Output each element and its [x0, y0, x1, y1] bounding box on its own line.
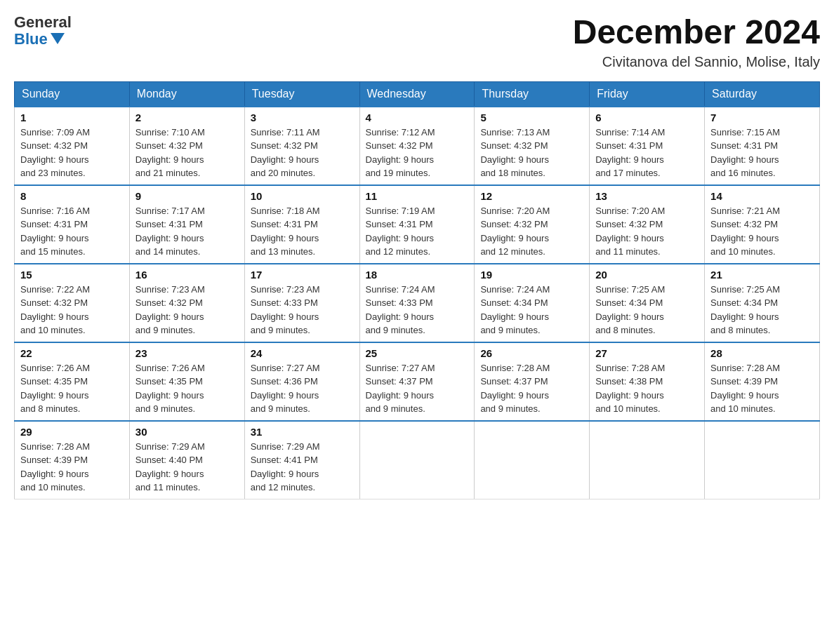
day-info: Sunrise: 7:09 AMSunset: 4:32 PMDaylight:…	[20, 126, 124, 180]
day-info: Sunrise: 7:11 AMSunset: 4:32 PMDaylight:…	[251, 126, 354, 180]
logo: General Blue	[14, 14, 72, 48]
day-number: 22	[20, 347, 124, 359]
calendar-cell: 17 Sunrise: 7:23 AMSunset: 4:33 PMDaylig…	[244, 264, 359, 342]
day-number: 1	[20, 112, 124, 123]
day-number: 7	[710, 112, 814, 123]
logo-triangle-icon	[51, 33, 65, 44]
day-number: 16	[135, 269, 239, 281]
calendar-cell: 7 Sunrise: 7:15 AMSunset: 4:31 PMDayligh…	[705, 107, 820, 185]
calendar-cell: 11 Sunrise: 7:19 AMSunset: 4:31 PMDaylig…	[359, 185, 475, 264]
day-info: Sunrise: 7:26 AMSunset: 4:35 PMDaylight:…	[20, 361, 124, 416]
day-number: 20	[595, 269, 699, 281]
calendar-header-thursday: Thursday	[475, 81, 590, 107]
day-info: Sunrise: 7:18 AMSunset: 4:31 PMDaylight:…	[251, 204, 354, 259]
calendar-cell: 24 Sunrise: 7:27 AMSunset: 4:36 PMDaylig…	[244, 342, 359, 421]
calendar-week-row-4: 22 Sunrise: 7:26 AMSunset: 4:35 PMDaylig…	[15, 342, 820, 421]
day-info: Sunrise: 7:27 AMSunset: 4:36 PMDaylight:…	[251, 361, 354, 416]
day-info: Sunrise: 7:22 AMSunset: 4:32 PMDaylight:…	[20, 283, 124, 337]
calendar-cell: 3 Sunrise: 7:11 AMSunset: 4:32 PMDayligh…	[244, 107, 359, 185]
day-number: 15	[20, 269, 124, 281]
day-number: 19	[480, 269, 583, 281]
day-info: Sunrise: 7:26 AMSunset: 4:35 PMDaylight:…	[135, 361, 239, 416]
calendar-cell: 26 Sunrise: 7:28 AMSunset: 4:37 PMDaylig…	[475, 342, 590, 421]
day-info: Sunrise: 7:28 AMSunset: 4:39 PMDaylight:…	[710, 361, 814, 416]
day-info: Sunrise: 7:13 AMSunset: 4:32 PMDaylight:…	[480, 126, 583, 180]
day-info: Sunrise: 7:23 AMSunset: 4:32 PMDaylight:…	[135, 283, 239, 337]
day-number: 3	[251, 112, 354, 123]
day-number: 10	[251, 190, 354, 202]
day-number: 12	[480, 190, 583, 202]
day-number: 11	[366, 190, 469, 202]
calendar-cell: 15 Sunrise: 7:22 AMSunset: 4:32 PMDaylig…	[15, 264, 130, 342]
day-info: Sunrise: 7:25 AMSunset: 4:34 PMDaylight:…	[710, 283, 814, 337]
day-number: 8	[20, 190, 124, 202]
calendar-header-wednesday: Wednesday	[359, 81, 475, 107]
day-number: 29	[20, 426, 124, 438]
day-number: 28	[710, 347, 814, 359]
calendar-cell: 12 Sunrise: 7:20 AMSunset: 4:32 PMDaylig…	[475, 185, 590, 264]
day-number: 30	[135, 426, 239, 438]
title-block: December 2024 Civitanova del Sannio, Mol…	[573, 14, 820, 70]
day-info: Sunrise: 7:14 AMSunset: 4:31 PMDaylight:…	[595, 126, 699, 180]
calendar-cell: 18 Sunrise: 7:24 AMSunset: 4:33 PMDaylig…	[359, 264, 475, 342]
day-info: Sunrise: 7:24 AMSunset: 4:34 PMDaylight:…	[480, 283, 583, 337]
calendar-cell: 22 Sunrise: 7:26 AMSunset: 4:35 PMDaylig…	[15, 342, 130, 421]
day-number: 4	[366, 112, 469, 123]
calendar-header-sunday: Sunday	[15, 81, 130, 107]
day-info: Sunrise: 7:29 AMSunset: 4:41 PMDaylight:…	[251, 440, 354, 495]
day-info: Sunrise: 7:28 AMSunset: 4:38 PMDaylight:…	[595, 361, 699, 416]
calendar-cell: 2 Sunrise: 7:10 AMSunset: 4:32 PMDayligh…	[129, 107, 244, 185]
calendar-table: SundayMondayTuesdayWednesdayThursdayFrid…	[14, 81, 820, 499]
calendar-cell: 9 Sunrise: 7:17 AMSunset: 4:31 PMDayligh…	[129, 185, 244, 264]
calendar-cell: 19 Sunrise: 7:24 AMSunset: 4:34 PMDaylig…	[475, 264, 590, 342]
calendar-cell	[705, 421, 820, 499]
calendar-cell: 16 Sunrise: 7:23 AMSunset: 4:32 PMDaylig…	[129, 264, 244, 342]
calendar-header-friday: Friday	[590, 81, 705, 107]
day-info: Sunrise: 7:29 AMSunset: 4:40 PMDaylight:…	[135, 440, 239, 495]
day-info: Sunrise: 7:23 AMSunset: 4:33 PMDaylight:…	[251, 283, 354, 337]
calendar-cell: 31 Sunrise: 7:29 AMSunset: 4:41 PMDaylig…	[244, 421, 359, 499]
calendar-header-row: SundayMondayTuesdayWednesdayThursdayFrid…	[15, 81, 820, 107]
calendar-cell: 30 Sunrise: 7:29 AMSunset: 4:40 PMDaylig…	[129, 421, 244, 499]
location-subtitle: Civitanova del Sannio, Molise, Italy	[573, 54, 820, 70]
day-info: Sunrise: 7:21 AMSunset: 4:32 PMDaylight:…	[710, 204, 814, 259]
calendar-header-monday: Monday	[129, 81, 244, 107]
day-info: Sunrise: 7:27 AMSunset: 4:37 PMDaylight:…	[366, 361, 469, 416]
page-header: General Blue December 2024 Civitanova de…	[14, 14, 820, 70]
day-number: 13	[595, 190, 699, 202]
day-number: 9	[135, 190, 239, 202]
day-number: 27	[595, 347, 699, 359]
calendar-header-tuesday: Tuesday	[244, 81, 359, 107]
day-number: 31	[251, 426, 354, 438]
day-number: 5	[480, 112, 583, 123]
day-info: Sunrise: 7:15 AMSunset: 4:31 PMDaylight:…	[710, 126, 814, 180]
day-number: 2	[135, 112, 239, 123]
day-number: 25	[366, 347, 469, 359]
day-info: Sunrise: 7:17 AMSunset: 4:31 PMDaylight:…	[135, 204, 239, 259]
day-info: Sunrise: 7:19 AMSunset: 4:31 PMDaylight:…	[366, 204, 469, 259]
calendar-cell: 6 Sunrise: 7:14 AMSunset: 4:31 PMDayligh…	[590, 107, 705, 185]
calendar-cell: 28 Sunrise: 7:28 AMSunset: 4:39 PMDaylig…	[705, 342, 820, 421]
calendar-cell: 8 Sunrise: 7:16 AMSunset: 4:31 PMDayligh…	[15, 185, 130, 264]
calendar-cell: 5 Sunrise: 7:13 AMSunset: 4:32 PMDayligh…	[475, 107, 590, 185]
day-info: Sunrise: 7:28 AMSunset: 4:39 PMDaylight:…	[20, 440, 124, 495]
day-info: Sunrise: 7:12 AMSunset: 4:32 PMDaylight:…	[366, 126, 469, 180]
calendar-cell: 20 Sunrise: 7:25 AMSunset: 4:34 PMDaylig…	[590, 264, 705, 342]
calendar-header-saturday: Saturday	[705, 81, 820, 107]
day-number: 18	[366, 269, 469, 281]
calendar-cell: 1 Sunrise: 7:09 AMSunset: 4:32 PMDayligh…	[15, 107, 130, 185]
day-info: Sunrise: 7:20 AMSunset: 4:32 PMDaylight:…	[595, 204, 699, 259]
day-number: 17	[251, 269, 354, 281]
day-number: 21	[710, 269, 814, 281]
day-info: Sunrise: 7:10 AMSunset: 4:32 PMDaylight:…	[135, 126, 239, 180]
logo-general-text: General	[14, 14, 72, 31]
day-info: Sunrise: 7:16 AMSunset: 4:31 PMDaylight:…	[20, 204, 124, 259]
calendar-week-row-5: 29 Sunrise: 7:28 AMSunset: 4:39 PMDaylig…	[15, 421, 820, 499]
day-info: Sunrise: 7:25 AMSunset: 4:34 PMDaylight:…	[595, 283, 699, 337]
calendar-cell: 10 Sunrise: 7:18 AMSunset: 4:31 PMDaylig…	[244, 185, 359, 264]
calendar-cell: 25 Sunrise: 7:27 AMSunset: 4:37 PMDaylig…	[359, 342, 475, 421]
day-info: Sunrise: 7:24 AMSunset: 4:33 PMDaylight:…	[366, 283, 469, 337]
calendar-cell: 4 Sunrise: 7:12 AMSunset: 4:32 PMDayligh…	[359, 107, 475, 185]
month-title: December 2024	[573, 14, 820, 51]
calendar-cell	[359, 421, 475, 499]
